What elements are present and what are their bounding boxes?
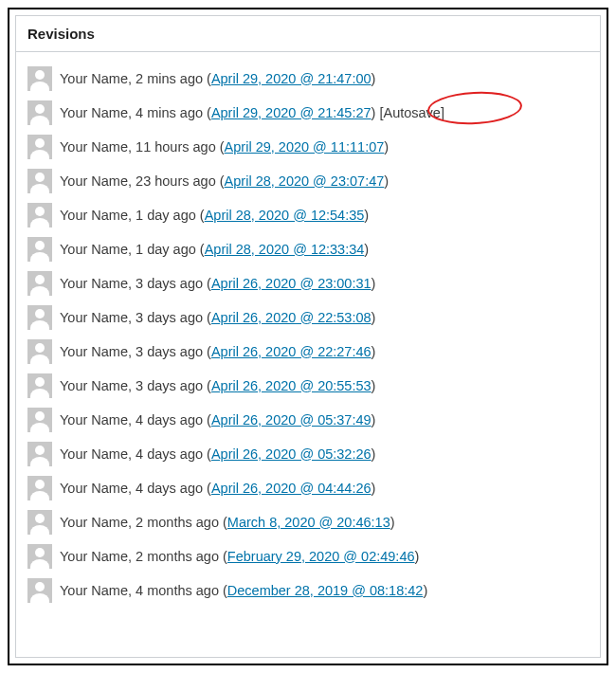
avatar-icon (27, 271, 52, 296)
revision-timestamp-link[interactable]: April 28, 2020 @ 23:07:47 (225, 173, 385, 189)
revision-item: Your Name, 4 days ago (April 26, 2020 @ … (24, 437, 592, 471)
revision-timestamp-link[interactable]: April 26, 2020 @ 04:44:26 (211, 481, 371, 496)
revision-author: Your Name (60, 173, 128, 189)
revision-relative-time: 11 hours ago (136, 139, 216, 155)
avatar-icon (27, 578, 52, 603)
revision-relative-time: 4 months ago (136, 583, 219, 598)
revision-relative-time: 4 days ago (136, 446, 203, 462)
revision-author: Your Name (60, 105, 128, 120)
revision-relative-time: 3 days ago (136, 276, 203, 291)
revision-relative-time: 2 mins ago (136, 71, 203, 86)
revision-text: Your Name, 4 days ago (April 26, 2020 @ … (60, 446, 589, 464)
revision-author: Your Name (60, 208, 128, 223)
revision-timestamp-link[interactable]: April 26, 2020 @ 20:55:53 (211, 378, 371, 393)
revision-item: Your Name, 4 days ago (April 26, 2020 @ … (24, 403, 592, 437)
revision-timestamp-link[interactable]: April 26, 2020 @ 05:32:26 (211, 446, 371, 462)
revision-text: Your Name, 4 months ago (December 28, 20… (60, 582, 589, 600)
panel-body: Your Name, 2 mins ago (April 29, 2020 @ … (16, 52, 600, 615)
revision-author: Your Name (60, 378, 128, 393)
revision-text: Your Name, 4 days ago (April 26, 2020 @ … (60, 480, 589, 498)
revision-author: Your Name (60, 71, 128, 86)
revision-text: Your Name, 1 day ago (April 28, 2020 @ 1… (60, 207, 589, 225)
revision-timestamp-link[interactable]: March 8, 2020 @ 20:46:13 (227, 515, 390, 530)
avatar-icon (27, 100, 52, 125)
revision-item: Your Name, 4 days ago (April 26, 2020 @ … (24, 471, 592, 505)
avatar-icon (27, 237, 52, 262)
avatar-icon (27, 544, 52, 569)
revision-item: Your Name, 2 months ago (March 8, 2020 @… (24, 505, 592, 539)
revision-item: Your Name, 1 day ago (April 28, 2020 @ 1… (24, 232, 592, 266)
revision-timestamp-link[interactable]: April 26, 2020 @ 22:27:46 (211, 344, 371, 359)
revision-text: Your Name, 2 mins ago (April 29, 2020 @ … (60, 70, 589, 88)
avatar-icon (27, 476, 52, 500)
revision-relative-time: 23 hours ago (136, 173, 216, 189)
avatar-icon (27, 373, 52, 398)
revision-item: Your Name, 2 mins ago (April 29, 2020 @ … (24, 62, 592, 96)
revision-relative-time: 2 months ago (136, 549, 219, 564)
revision-author: Your Name (60, 276, 128, 291)
autosave-label: [Autosave] (379, 105, 444, 120)
revision-timestamp-link[interactable]: April 29, 2020 @ 11:11:07 (225, 139, 385, 155)
revision-author: Your Name (60, 344, 128, 359)
avatar-icon (27, 135, 52, 159)
revision-timestamp-link[interactable]: April 28, 2020 @ 12:54:35 (205, 208, 365, 223)
revision-timestamp-link[interactable]: April 26, 2020 @ 05:37:49 (211, 412, 371, 427)
revision-author: Your Name (60, 549, 128, 564)
avatar-icon (27, 66, 52, 91)
panel-header: Revisions (16, 16, 600, 52)
revision-text: Your Name, 23 hours ago (April 28, 2020 … (60, 173, 589, 191)
revision-relative-time: 4 mins ago (136, 105, 203, 120)
revision-author: Your Name (60, 310, 128, 325)
revision-timestamp-link[interactable]: April 28, 2020 @ 12:33:34 (205, 242, 365, 257)
revision-author: Your Name (60, 242, 128, 257)
revision-relative-time: 4 days ago (136, 412, 203, 427)
revision-timestamp-link[interactable]: April 26, 2020 @ 23:00:31 (211, 276, 371, 291)
revisions-panel: Revisions Your Name, 2 mins ago (April 2… (15, 15, 601, 658)
revision-text: Your Name, 3 days ago (April 26, 2020 @ … (60, 309, 589, 327)
revision-relative-time: 1 day ago (136, 242, 196, 257)
revision-relative-time: 2 months ago (136, 515, 219, 530)
revision-author: Your Name (60, 583, 128, 598)
revision-author: Your Name (60, 446, 128, 462)
avatar-icon (27, 339, 52, 364)
revision-author: Your Name (60, 481, 128, 496)
avatar-icon (27, 203, 52, 227)
revision-timestamp-link[interactable]: April 29, 2020 @ 21:45:27 (211, 105, 371, 120)
revision-relative-time: 3 days ago (136, 310, 203, 325)
revision-author: Your Name (60, 412, 128, 427)
revision-item: Your Name, 4 mins ago (April 29, 2020 @ … (24, 96, 592, 130)
revision-item: Your Name, 1 day ago (April 28, 2020 @ 1… (24, 198, 592, 232)
revision-timestamp-link[interactable]: April 26, 2020 @ 22:53:08 (211, 310, 371, 325)
revision-text: Your Name, 4 mins ago (April 29, 2020 @ … (60, 104, 589, 122)
revision-timestamp-link[interactable]: December 28, 2019 @ 08:18:42 (227, 583, 424, 598)
revision-timestamp-link[interactable]: April 29, 2020 @ 21:47:00 (211, 71, 371, 86)
revision-item: Your Name, 23 hours ago (April 28, 2020 … (24, 164, 592, 198)
revision-text: Your Name, 4 days ago (April 26, 2020 @ … (60, 411, 589, 429)
revision-relative-time: 4 days ago (136, 481, 203, 496)
revision-item: Your Name, 3 days ago (April 26, 2020 @ … (24, 300, 592, 335)
revision-list: Your Name, 2 mins ago (April 29, 2020 @ … (24, 62, 592, 608)
avatar-icon (27, 169, 52, 193)
panel-title: Revisions (27, 26, 589, 42)
revision-text: Your Name, 1 day ago (April 28, 2020 @ 1… (60, 241, 589, 259)
revision-text: Your Name, 2 months ago (February 29, 20… (60, 548, 589, 566)
revision-text: Your Name, 2 months ago (March 8, 2020 @… (60, 514, 589, 532)
avatar-icon (27, 305, 52, 330)
avatar-icon (27, 510, 52, 535)
revision-item: Your Name, 2 months ago (February 29, 20… (24, 539, 592, 573)
revision-text: Your Name, 3 days ago (April 26, 2020 @ … (60, 275, 589, 293)
revision-author: Your Name (60, 515, 128, 530)
revision-text: Your Name, 3 days ago (April 26, 2020 @ … (60, 343, 589, 361)
revision-relative-time: 1 day ago (136, 208, 196, 223)
revision-relative-time: 3 days ago (136, 344, 203, 359)
avatar-icon (27, 408, 52, 432)
revision-author: Your Name (60, 139, 128, 155)
revision-relative-time: 3 days ago (136, 378, 203, 393)
revision-item: Your Name, 3 days ago (April 26, 2020 @ … (24, 335, 592, 369)
revision-item: Your Name, 3 days ago (April 26, 2020 @ … (24, 369, 592, 403)
revision-text: Your Name, 11 hours ago (April 29, 2020 … (60, 138, 589, 156)
revision-item: Your Name, 4 months ago (December 28, 20… (24, 573, 592, 608)
revision-item: Your Name, 11 hours ago (April 29, 2020 … (24, 130, 592, 164)
revision-text: Your Name, 3 days ago (April 26, 2020 @ … (60, 377, 589, 395)
revision-timestamp-link[interactable]: February 29, 2020 @ 02:49:46 (227, 549, 415, 564)
